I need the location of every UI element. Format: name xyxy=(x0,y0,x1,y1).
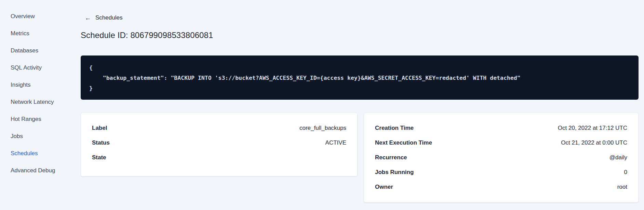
back-link-label: Schedules xyxy=(95,14,122,21)
detail-row-next-execution-time: Next Execution TimeOct 21, 2022 at 0:00 … xyxy=(375,135,627,150)
row-label: Recurrence xyxy=(375,154,407,161)
sidebar-item-network-latency[interactable]: Network Latency xyxy=(0,94,74,111)
row-label: Status xyxy=(92,139,110,146)
row-label: State xyxy=(92,154,106,161)
detail-row-state: State xyxy=(92,150,346,165)
row-value: @daily xyxy=(609,154,627,161)
back-link[interactable]: ← Schedules xyxy=(85,14,122,21)
sidebar-item-databases[interactable]: Databases xyxy=(0,42,74,59)
row-label: Creation Time xyxy=(375,125,414,132)
sidebar-nav: OverviewMetricsDatabasesSQL ActivityInsi… xyxy=(0,0,74,210)
sidebar-item-overview[interactable]: Overview xyxy=(0,8,74,25)
sidebar-item-insights[interactable]: Insights xyxy=(0,76,74,94)
row-value: ACTIVE xyxy=(325,139,346,146)
detail-row-recurrence: Recurrence@daily xyxy=(375,150,627,165)
detail-row-label: Labelcore_full_backups xyxy=(92,121,346,135)
sidebar-item-metrics[interactable]: Metrics xyxy=(0,25,74,42)
detail-row-status: StatusACTIVE xyxy=(92,135,346,150)
detail-row-owner: Ownerroot xyxy=(375,180,627,194)
db-console-page: OverviewMetricsDatabasesSQL ActivityInsi… xyxy=(0,0,644,210)
schedule-definition-code: { "backup_statement": "BACKUP INTO 's3:/… xyxy=(81,55,639,100)
row-value: Oct 20, 2022 at 17:12 UTC xyxy=(558,125,627,132)
sidebar-item-advanced-debug[interactable]: Advanced Debug xyxy=(0,162,74,179)
row-label: Next Execution Time xyxy=(375,139,432,146)
schedule-detail-content: ← Schedules Schedule ID: 806799098533806… xyxy=(74,0,644,210)
schedule-timing-card: Creation TimeOct 20, 2022 at 17:12 UTCNe… xyxy=(364,113,639,202)
back-arrow-icon: ← xyxy=(85,15,91,21)
sidebar-item-schedules[interactable]: Schedules xyxy=(0,145,74,162)
sidebar-item-hot-ranges[interactable]: Hot Ranges xyxy=(0,111,74,128)
schedule-status-card: Labelcore_full_backupsStatusACTIVEState xyxy=(81,113,358,176)
detail-row-creation-time: Creation TimeOct 20, 2022 at 17:12 UTC xyxy=(375,121,627,135)
row-label: Jobs Running xyxy=(375,169,414,176)
row-value: core_full_backups xyxy=(299,125,346,132)
detail-row-jobs-running: Jobs Running0 xyxy=(375,165,627,180)
detail-cards: Labelcore_full_backupsStatusACTIVEState … xyxy=(81,113,639,202)
row-value: Oct 21, 2022 at 0:00 UTC xyxy=(561,139,627,146)
row-value: root xyxy=(617,184,627,190)
row-label: Owner xyxy=(375,184,393,190)
row-label: Label xyxy=(92,125,107,132)
sidebar-item-sql-activity[interactable]: SQL Activity xyxy=(0,59,74,76)
row-value: 0 xyxy=(624,169,627,176)
sidebar-item-jobs[interactable]: Jobs xyxy=(0,128,74,145)
page-title: Schedule ID: 806799098533806081 xyxy=(81,30,639,40)
